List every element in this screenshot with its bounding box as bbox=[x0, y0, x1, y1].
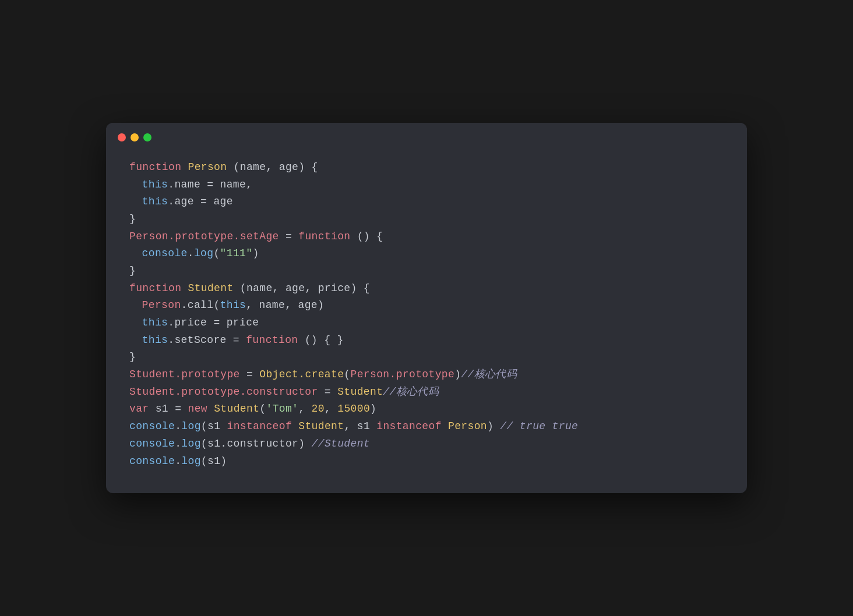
code-line-18: console.log(s1) bbox=[129, 453, 729, 470]
code-window: function Person (name, age) { this.name … bbox=[106, 123, 747, 493]
code-line-3: this.age = age bbox=[129, 193, 729, 211]
code-line-8: function Student (name, age, price) { bbox=[129, 280, 729, 298]
code-editor: function Person (name, age) { this.name … bbox=[106, 147, 747, 493]
code-line-17: console.log(s1.constructor) //Student bbox=[129, 436, 729, 453]
code-line-7: } bbox=[129, 263, 729, 280]
code-line-1: function Person (name, age) { bbox=[129, 159, 729, 176]
code-line-14: Student.prototype.constructor = Student/… bbox=[129, 384, 729, 401]
code-line-9: Person.call(this, name, age) bbox=[129, 297, 729, 314]
minimize-button[interactable] bbox=[131, 133, 139, 141]
code-line-6: console.log("111") bbox=[129, 245, 729, 263]
code-line-16: console.log(s1 instanceof Student, s1 in… bbox=[129, 418, 729, 436]
code-line-15: var s1 = new Student('Tom', 20, 15000) bbox=[129, 401, 729, 418]
close-button[interactable] bbox=[118, 133, 126, 141]
code-line-5: Person.prototype.setAge = function () { bbox=[129, 228, 729, 246]
code-line-11: this.setScore = function () { } bbox=[129, 332, 729, 349]
code-line-4: } bbox=[129, 211, 729, 228]
code-line-2: this.name = name, bbox=[129, 176, 729, 194]
code-line-13: Student.prototype = Object.create(Person… bbox=[129, 366, 729, 384]
titlebar bbox=[106, 123, 747, 147]
code-line-10: this.price = price bbox=[129, 314, 729, 332]
code-line-12: } bbox=[129, 349, 729, 366]
zoom-button[interactable] bbox=[143, 133, 151, 141]
